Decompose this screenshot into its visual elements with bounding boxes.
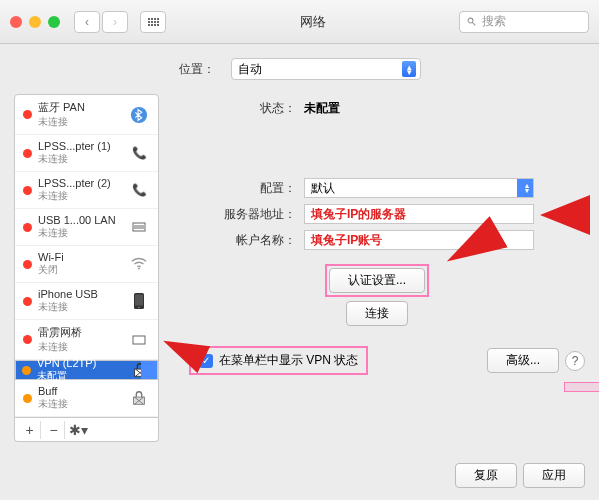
lock-icon [129, 359, 151, 381]
svg-rect-6 [133, 336, 145, 344]
action-menu-button[interactable]: ✱▾ [67, 421, 89, 439]
show-vpn-label: 在菜单栏中显示 VPN 状态 [219, 352, 358, 369]
account-input[interactable]: 填兔子IP账号 [304, 230, 534, 250]
item-name: Wi-Fi [38, 251, 122, 263]
item-status: 未连接 [38, 300, 122, 314]
close-icon[interactable] [10, 16, 22, 28]
chevron-updown-icon: ▴▾ [525, 183, 529, 193]
zoom-icon[interactable] [48, 16, 60, 28]
item-name: LPSS...pter (2) [38, 177, 122, 189]
thunderbolt-icon [128, 329, 150, 351]
minimize-icon[interactable] [29, 16, 41, 28]
lock-icon [128, 387, 150, 409]
status-dot [23, 297, 32, 306]
show-vpn-checkbox[interactable]: ✓ [199, 354, 213, 368]
show-all-button[interactable] [140, 11, 166, 33]
status-dot [23, 149, 32, 158]
sidebar-item-buff[interactable]: Buff未连接 [15, 380, 158, 417]
wifi-icon [128, 253, 150, 275]
svg-point-2 [138, 268, 140, 270]
account-value: 填兔子IP账号 [311, 232, 382, 249]
sidebar-item-wifi[interactable]: Wi-Fi关闭 [15, 246, 158, 283]
status-value: 未配置 [304, 100, 585, 117]
sidebar-item-usb[interactable]: USB 1...00 LAN未连接 [15, 209, 158, 246]
config-select[interactable]: 默认▴▾ [304, 178, 534, 198]
status-dot [23, 394, 32, 403]
item-status: 未连接 [38, 152, 122, 166]
grid-icon [148, 18, 159, 26]
search-icon [466, 16, 478, 28]
annotation-highlight: ✓ 在菜单栏中显示 VPN 状态 [189, 346, 368, 375]
svg-rect-4 [135, 295, 143, 306]
bottom-buttons: 复原 应用 [455, 463, 585, 488]
item-status: 未连接 [38, 397, 122, 411]
back-button[interactable]: ‹ [74, 11, 100, 33]
item-name: iPhone USB [38, 288, 122, 300]
item-name: 雷雳网桥 [38, 325, 122, 340]
forward-button[interactable]: › [102, 11, 128, 33]
sidebar-item-thunderbolt[interactable]: 雷雳网桥未连接 [15, 320, 158, 360]
annotation-highlight: 认证设置... [325, 264, 429, 297]
sidebar-item-bluetooth[interactable]: 蓝牙 PAN未连接 [15, 95, 158, 135]
sidebar-item-lpss1[interactable]: LPSS...pter (1)未连接📞 [15, 135, 158, 172]
status-dot [23, 335, 32, 344]
status-dot [22, 366, 31, 375]
item-status: 未连接 [38, 115, 122, 129]
location-value: 自动 [238, 61, 262, 78]
sidebar-item-vpn[interactable]: VPN (L2TP)未配置 [15, 360, 158, 380]
sidebar: 蓝牙 PAN未连接 LPSS...pter (1)未连接📞 LPSS...pte… [14, 94, 159, 418]
status-label: 状态： [169, 100, 304, 117]
location-row: 位置： 自动 ▴▾ [0, 44, 599, 94]
status-dot [23, 186, 32, 195]
item-name: USB 1...00 LAN [38, 214, 122, 226]
phone-icon: 📞 [128, 142, 150, 164]
detail-pane: 状态：未配置 配置：默认▴▾ 服务器地址：填兔子IP的服务器 帐户名称：填兔子I… [169, 94, 585, 442]
remove-button[interactable]: − [43, 421, 65, 439]
config-label: 配置： [169, 180, 304, 197]
add-button[interactable]: + [19, 421, 41, 439]
apply-button[interactable]: 应用 [523, 463, 585, 488]
search-placeholder: 搜索 [482, 13, 506, 30]
window-title: 网络 [174, 13, 451, 31]
advanced-button[interactable]: 高级... [487, 348, 559, 373]
item-name: VPN (L2TP) [37, 357, 123, 369]
item-status: 关闭 [38, 263, 122, 277]
item-status: 未连接 [38, 189, 122, 203]
server-label: 服务器地址： [169, 206, 304, 223]
chevron-updown-icon: ▴▾ [407, 65, 412, 75]
item-name: LPSS...pter (1) [38, 140, 122, 152]
item-name: Buff [38, 385, 122, 397]
help-button[interactable]: ? [565, 351, 585, 371]
phone-icon: 📞 [128, 179, 150, 201]
svg-point-0 [131, 106, 147, 122]
server-value: 填兔子IP的服务器 [311, 206, 406, 223]
nav-buttons: ‹ › [74, 11, 128, 33]
titlebar: ‹ › 网络 搜索 [0, 0, 599, 44]
location-label: 位置： [179, 61, 223, 78]
iphone-icon [128, 290, 150, 312]
item-name: 蓝牙 PAN [38, 100, 122, 115]
annotation-arrow-pink [564, 382, 599, 392]
traffic-lights [10, 16, 60, 28]
account-label: 帐户名称： [169, 232, 304, 249]
svg-point-5 [138, 307, 140, 309]
ethernet-icon [128, 216, 150, 238]
bluetooth-icon [128, 104, 150, 126]
status-dot [23, 110, 32, 119]
sidebar-item-lpss2[interactable]: LPSS...pter (2)未连接📞 [15, 172, 158, 209]
server-input[interactable]: 填兔子IP的服务器 [304, 204, 534, 224]
sidebar-footer: + − ✱▾ [14, 418, 159, 442]
revert-button[interactable]: 复原 [455, 463, 517, 488]
auth-settings-button[interactable]: 认证设置... [329, 268, 425, 293]
item-status: 未连接 [38, 340, 122, 354]
connect-button[interactable]: 连接 [346, 301, 408, 326]
search-input[interactable]: 搜索 [459, 11, 589, 33]
status-dot [23, 223, 32, 232]
sidebar-item-iphone[interactable]: iPhone USB未连接 [15, 283, 158, 320]
main-area: 蓝牙 PAN未连接 LPSS...pter (1)未连接📞 LPSS...pte… [0, 94, 599, 442]
config-value: 默认 [311, 180, 335, 197]
item-status: 未连接 [38, 226, 122, 240]
location-select[interactable]: 自动 ▴▾ [231, 58, 421, 80]
status-dot [23, 260, 32, 269]
